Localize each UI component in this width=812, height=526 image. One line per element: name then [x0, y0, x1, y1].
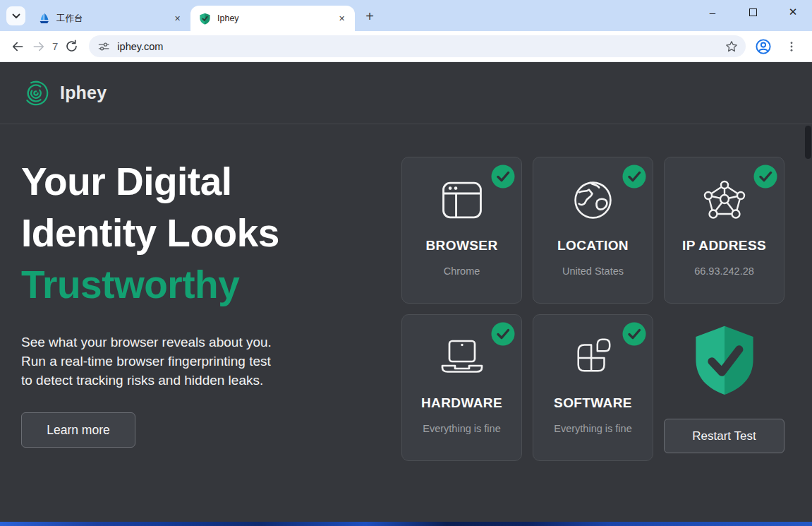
fingerprint-logo-icon [21, 78, 51, 108]
browser-tab-bar: 工作台 ✕ Iphey ✕ + – ✕ [0, 0, 812, 31]
tab-workbench[interactable]: 工作台 ✕ [30, 6, 190, 31]
card-value: 66.93.242.28 [665, 265, 784, 277]
hero-description: See what your browser reveals about you.… [21, 333, 377, 390]
card-title: BROWSER [402, 238, 521, 253]
hero-section: Your Digital Identity Looks Trustworthy … [21, 156, 377, 448]
check-badge-icon [491, 322, 515, 346]
site-settings-icon[interactable] [97, 40, 110, 53]
card-title: HARDWARE [402, 395, 521, 411]
toolbar-right-group [753, 36, 802, 57]
tab-close-icon[interactable]: ✕ [171, 13, 183, 25]
maximize-icon [749, 8, 757, 16]
bookmark-star-icon[interactable] [725, 40, 739, 54]
url-text[interactable]: iphey.com [117, 41, 725, 52]
card-title: SOFTWARE [533, 395, 653, 411]
profile-button[interactable] [753, 36, 774, 57]
back-button[interactable] [7, 36, 28, 57]
profile-avatar-icon [755, 38, 772, 55]
status-card-hardware[interactable]: HARDWARE Everything is fine [401, 314, 522, 461]
iphey-page: Iphey Your Digital Identity Looks Trustw… [0, 62, 812, 522]
hero-title-line1: Your Digital [21, 160, 232, 203]
scrollbar-thumb[interactable] [805, 126, 811, 159]
status-card-location[interactable]: LOCATION United States [533, 157, 653, 304]
check-badge-icon [622, 322, 646, 346]
hero-desc-line1: See what your browser reveals about you. [21, 335, 272, 349]
status-card-browser[interactable]: BROWSER Chrome [401, 157, 522, 304]
check-badge-icon [622, 165, 646, 189]
address-bar[interactable]: iphey.com [89, 35, 746, 57]
close-button[interactable]: ✕ [782, 1, 804, 23]
menu-button[interactable] [781, 36, 802, 57]
tab-label: Iphey [217, 13, 336, 23]
card-title: LOCATION [533, 238, 653, 253]
site-header: Iphey [0, 62, 812, 124]
hero-title-accent: Trustworthy [21, 263, 239, 306]
hero-desc-line2: Run a real-time browser fingerprinting t… [21, 354, 271, 369]
browser-toolbar: 7 iphey.com [0, 31, 812, 62]
hero-title-line2: Identity Looks [21, 211, 279, 255]
three-dot-menu-icon [785, 40, 798, 53]
maximize-button[interactable] [742, 1, 763, 23]
status-card-software[interactable]: SOFTWARE Everything is fine [533, 314, 653, 461]
tab-search-button[interactable] [6, 6, 25, 25]
card-value: Everything is fine [533, 423, 653, 434]
tab-close-icon[interactable]: ✕ [336, 13, 348, 25]
learn-more-button[interactable]: Learn more [21, 412, 135, 448]
reload-icon [65, 40, 78, 53]
forward-button[interactable] [28, 36, 49, 57]
hero-title: Your Digital Identity Looks Trustworthy [21, 156, 377, 311]
history-count: 7 [52, 40, 58, 52]
forward-arrow-icon [32, 40, 46, 54]
restart-test-button[interactable]: Restart Test [664, 419, 784, 453]
page-scrollbar[interactable] [804, 124, 812, 522]
status-card-grid: BROWSER Chrome [401, 157, 784, 461]
shield-check-icon [199, 13, 211, 25]
sailboat-icon [38, 13, 50, 25]
card-value: United States [533, 265, 653, 277]
check-badge-icon [491, 165, 515, 189]
minimize-button[interactable]: – [702, 1, 723, 23]
new-tab-button[interactable]: + [360, 6, 380, 26]
check-badge-icon [753, 165, 777, 189]
hero-desc-line3: to detect tracking risks and hidden leak… [21, 373, 263, 388]
card-value: Chrome [402, 265, 521, 277]
reload-button[interactable] [61, 36, 82, 57]
shield-check-icon [692, 324, 757, 399]
tab-label: 工作台 [56, 13, 171, 25]
status-card-ip-address[interactable]: IP ADDRESS 66.93.242.28 [664, 157, 784, 304]
tab-iphey[interactable]: Iphey ✕ [190, 6, 355, 31]
brand-name[interactable]: Iphey [60, 83, 107, 103]
desktop-wallpaper-strip [0, 522, 812, 526]
window-controls: – ✕ [702, 0, 804, 24]
back-arrow-icon [11, 40, 25, 54]
card-value: Everything is fine [402, 423, 521, 434]
main-content: Your Digital Identity Looks Trustworthy … [0, 124, 812, 521]
result-cell: Restart Test [664, 314, 784, 461]
chevron-down-icon [12, 13, 20, 19]
card-title: IP ADDRESS [665, 238, 784, 253]
